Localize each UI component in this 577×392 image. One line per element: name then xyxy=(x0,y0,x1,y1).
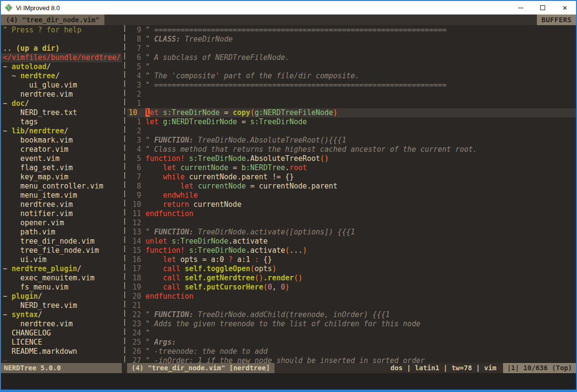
editor-line[interactable]: 11endfunction xyxy=(127,209,576,218)
tree-item[interactable]: bookmark.vim xyxy=(3,136,122,145)
tree-item[interactable]: ~ lib/nerdtree/ xyxy=(3,127,122,136)
editor-line[interactable]: 10 return currentNode xyxy=(127,200,576,209)
editor-line[interactable]: 18 call self.getNerdtree().render() xyxy=(127,274,576,283)
editor-line[interactable]: 5function! s:TreeDirNode.AbsoluteTreeRoo… xyxy=(127,154,576,163)
editor-line[interactable]: 13" FUNCTION: TreeDirNode.activate([opti… xyxy=(127,228,576,237)
line-number: 10 xyxy=(127,200,145,209)
tree-item[interactable]: CHANGELOG xyxy=(3,329,122,338)
editor-line[interactable]: 1 xyxy=(127,99,576,108)
editor-line[interactable]: 3" FUNCTION: TreeDirNode.AbsoluteTreeRoo… xyxy=(127,136,576,145)
tree-item[interactable]: NERD_tree.vim xyxy=(3,301,122,310)
tree-item[interactable]: ~ plugin/ xyxy=(3,292,122,301)
tree-item[interactable]: README.markdown xyxy=(3,347,122,356)
editor-line[interactable]: 22" FUNCTION: TreeDirNode.addChild(treen… xyxy=(127,310,576,319)
tree-item[interactable]: key_map.vim xyxy=(3,173,122,182)
tree-item[interactable]: ui.vim xyxy=(3,255,122,264)
token xyxy=(145,191,163,200)
tree-item[interactable] xyxy=(3,35,122,44)
editor-line[interactable]: 23" Adds the given treenode to the list … xyxy=(127,319,576,329)
tree-item[interactable]: ~ xyxy=(3,356,122,363)
editor-line[interactable]: 4" The 'composite' part of the file/dir … xyxy=(127,72,576,81)
tree-item[interactable]: ui_glue.vim xyxy=(3,81,122,90)
editor-line[interactable]: 6 let currentNode = b:NERDTree.root xyxy=(127,163,576,173)
command-line[interactable] xyxy=(1,373,576,390)
tree-item[interactable]: nerdtree.vim xyxy=(3,90,122,99)
editor-line[interactable]: 8 let currentNode = currentNode.parent xyxy=(127,182,576,191)
tree-item[interactable]: ~ syntax/ xyxy=(3,310,122,319)
editor-line[interactable]: 4" Class method that returns the highest… xyxy=(127,145,576,154)
editor-line[interactable]: 8" CLASS: TreeDirNode xyxy=(127,35,576,44)
editor-line[interactable]: 9" =====================================… xyxy=(127,26,576,35)
token: creator.vim xyxy=(3,145,68,154)
tree-item[interactable]: path.vim xyxy=(3,228,122,237)
token: " Adds the given treenode to the list of… xyxy=(145,319,420,328)
editor-line[interactable]: 10let s:TreeDirNode = copy(g:NERDTreeFil… xyxy=(127,108,576,117)
line-number: 20 xyxy=(127,292,145,301)
editor-line[interactable]: 1let g:NERDTreeDirNode = s:TreeDirNode xyxy=(127,117,576,127)
editor-line[interactable]: 16 let opts = a:0 ? a:1 : {} xyxy=(127,255,576,264)
tab-tree-dir-node[interactable]: (4) "tree_dir_node.vim" xyxy=(1,15,104,25)
token: g:NERDTreeFileNode xyxy=(255,108,333,117)
tree-item[interactable]: exec_menuitem.vim xyxy=(3,274,122,283)
token: ~ xyxy=(3,127,12,135)
tree-item[interactable]: NERD_tree.txt xyxy=(3,108,122,117)
token xyxy=(145,173,163,181)
tree-item[interactable]: nerdtree.vim xyxy=(3,200,122,209)
editor-line[interactable]: 12 xyxy=(127,218,576,228)
editor-line[interactable]: 2 xyxy=(127,90,576,99)
tree-item[interactable]: .. (up a dir) xyxy=(3,44,122,53)
tree-item[interactable]: fs_menu.vim xyxy=(3,283,122,292)
editor-line[interactable]: 27" -inOrder: 1 if the new node should b… xyxy=(127,356,576,363)
line-number: 5 xyxy=(127,62,145,72)
tree-item[interactable]: ~ doc/ xyxy=(3,99,122,108)
tree-item[interactable]: </vimfiles/bundle/nerdtree/ xyxy=(1,53,122,62)
token: ~ xyxy=(3,99,12,108)
tree-item[interactable]: tree_dir_node.vim xyxy=(3,237,122,246)
tree-item[interactable]: tree_file_node.vim xyxy=(3,246,122,255)
editor-line[interactable]: 19 call self.putCursorHere(0, 0) xyxy=(127,283,576,292)
tree-item[interactable]: LICENCE xyxy=(3,338,122,347)
token: currentNode xyxy=(198,182,245,190)
tree-item[interactable]: flag_set.vim xyxy=(3,163,122,173)
split-separator[interactable] xyxy=(122,25,127,363)
editor-line[interactable]: 9 endwhile xyxy=(127,191,576,200)
editor-line[interactable]: 14unlet s:TreeDirNode.activate xyxy=(127,237,576,246)
editor-line[interactable]: 7 while currentNode.parent != {} xyxy=(127,173,576,182)
tree-item[interactable]: opener.vim xyxy=(3,218,122,228)
editor-line[interactable]: 15function! s:TreeDirNode.activate(...) xyxy=(127,246,576,255)
close-button[interactable]: ✕ xyxy=(554,1,576,15)
editor-line[interactable]: 17 call self.toggleOpen(opts) xyxy=(127,264,576,274)
editor-line[interactable]: 24" xyxy=(127,329,576,338)
token: nerdtree.vim xyxy=(3,90,73,99)
tree-item[interactable]: event.vim xyxy=(3,154,122,163)
tree-item[interactable]: ~ nerdtree/ xyxy=(3,72,122,81)
editor-line[interactable]: 7" xyxy=(127,44,576,53)
editor-line[interactable]: 21 xyxy=(127,301,576,310)
editor-line[interactable]: 20endfunction xyxy=(127,292,576,301)
token: .render xyxy=(263,274,294,282)
token: TreeDirNode xyxy=(180,35,232,44)
maximize-button[interactable] xyxy=(532,1,554,15)
editor-line[interactable]: 5" xyxy=(127,62,576,72)
tree-item[interactable]: nerdtree.vim xyxy=(3,319,122,329)
editor-line[interactable]: 26" -treenode: the node to add xyxy=(127,347,576,356)
token: " ======================================… xyxy=(145,81,447,89)
tree-item[interactable]: ~ autoload/ xyxy=(3,62,122,72)
fileformat-flags: dos | latin1 | tw=78 | vim xyxy=(390,363,503,373)
minimize-button[interactable] xyxy=(509,1,532,15)
editor-line[interactable]: 2 xyxy=(127,127,576,136)
token xyxy=(180,274,185,282)
tree-item[interactable]: notifier.vim xyxy=(3,209,122,218)
editor-line[interactable]: 3" =====================================… xyxy=(127,81,576,90)
buffers-label[interactable]: BUFFERS xyxy=(537,15,576,25)
tree-item[interactable]: menu_item.vim xyxy=(3,191,122,200)
tree-item[interactable]: menu_controller.vim xyxy=(3,182,122,191)
editor-line[interactable]: 6" A subclass of NERDTreeFileNode. xyxy=(127,53,576,62)
code-text xyxy=(145,127,576,136)
editor-line[interactable]: 25" Args: xyxy=(127,338,576,347)
tree-item[interactable]: " Press ? for help xyxy=(3,26,122,35)
tree-item[interactable]: creator.vim xyxy=(3,145,122,154)
tree-item[interactable]: ~ nerdtree_plugin/ xyxy=(3,264,122,274)
tree-item[interactable]: tags xyxy=(3,117,122,127)
token: . xyxy=(285,163,289,172)
